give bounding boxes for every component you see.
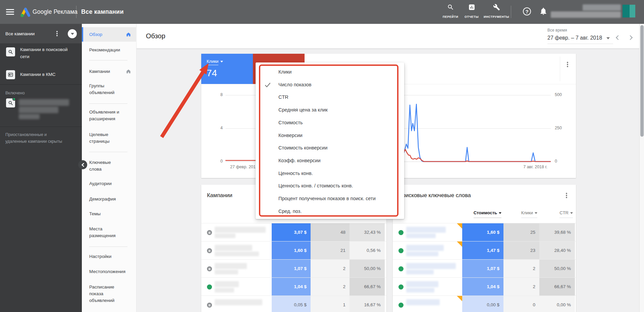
name-redacted[interactable]	[215, 281, 239, 287]
notifications-bell-icon[interactable]	[539, 7, 547, 15]
campaign-name-redacted	[19, 106, 58, 113]
topbar-divider	[76, 6, 76, 18]
nav-item-демография[interactable]: Демография	[82, 196, 137, 203]
nav-item-обзор[interactable]: Обзор	[82, 27, 137, 42]
column-header-clicks[interactable]: Клики	[503, 210, 537, 218]
scrollbar-thumb[interactable]	[640, 25, 644, 137]
collapse-panel-button[interactable]	[78, 160, 87, 169]
keyword-status-corner-badge	[457, 223, 462, 229]
date-range-value[interactable]: 27 февр. – 7 авг. 2018	[547, 35, 602, 41]
name-redacted[interactable]	[406, 245, 444, 251]
page-scrollbar[interactable]	[639, 24, 644, 312]
more-options-icon[interactable]	[56, 33, 58, 34]
topbar-divider	[511, 6, 511, 18]
enabled-status-icon[interactable]	[398, 284, 404, 289]
topbar-title: Все кампании	[81, 0, 124, 24]
nav-divider	[89, 247, 127, 247]
name-redacted[interactable]	[215, 245, 252, 251]
nav-item-объявления-и-расширения[interactable]: Объявления и расширения	[82, 109, 137, 122]
reports-button[interactable]: ОТЧЕТЫ	[462, 4, 482, 21]
home-icon	[126, 69, 131, 74]
brand-text: Google Реклама	[33, 0, 77, 24]
nav-item-ключевые-слова[interactable]: Ключевые слова	[82, 159, 137, 173]
prev-period-icon[interactable]	[616, 35, 621, 40]
name-redacted[interactable]	[215, 299, 262, 305]
enabled-status-dot	[12, 97, 16, 101]
help-icon[interactable]: ?	[523, 7, 531, 15]
page-title: Обзор	[146, 24, 165, 48]
chevron-down-icon[interactable]	[606, 37, 610, 39]
avatar[interactable]	[623, 5, 635, 17]
name-redacted[interactable]	[215, 227, 266, 233]
column-header-cost[interactable]: Стоимость	[462, 210, 501, 218]
status-section-label: Включено	[5, 90, 25, 96]
table-row	[201, 296, 386, 312]
sidebar-divider	[0, 127, 82, 127]
nav-item-настройки[interactable]: Настройки	[82, 253, 137, 260]
reports-icon	[468, 4, 475, 11]
nav-item-кампании[interactable]: Кампании	[82, 68, 137, 75]
sidebar-item-display-campaigns[interactable]: Кампании в КМС	[20, 71, 76, 78]
name-redacted[interactable]	[406, 299, 440, 305]
paused-status-icon[interactable]	[207, 230, 212, 235]
name-redacted[interactable]	[406, 227, 446, 233]
paused-status-icon[interactable]	[207, 303, 212, 308]
goto-button[interactable]: ПЕРЕЙТИ	[440, 4, 461, 21]
card-title: Поисковые ключевые слова	[398, 192, 471, 198]
table-row	[393, 296, 576, 312]
paused-status-icon[interactable]	[207, 248, 212, 253]
nav-divider	[89, 60, 127, 60]
paused-status-icon[interactable]	[207, 266, 212, 271]
next-period-icon[interactable]	[628, 35, 633, 40]
google-ads-logo-icon	[19, 6, 31, 18]
home-icon	[126, 32, 131, 37]
nav-item-рекомендации[interactable]: Рекомендации	[82, 47, 137, 53]
card-menu-icon[interactable]	[566, 195, 567, 196]
menu-icon[interactable]	[6, 9, 14, 15]
name-redacted	[406, 288, 434, 293]
hidden-campaigns-note: Приостановленные и удаленные кампании ск…	[5, 131, 64, 145]
campaigns-sidebar: Все кампании Кампании в поисковой сети К…	[0, 24, 82, 312]
table-row	[201, 241, 386, 260]
name-redacted	[215, 288, 234, 293]
table-row	[393, 223, 576, 241]
date-preset-label: Все время	[547, 28, 567, 33]
nav-item-темы[interactable]: Темы	[82, 211, 137, 217]
page-header: Обзор Все время 27 февр. – 7 авг. 2018	[136, 24, 644, 48]
enabled-status-icon[interactable]	[398, 266, 404, 271]
enabled-status-icon[interactable]	[398, 248, 404, 253]
chevron-down-icon	[71, 33, 74, 35]
name-redacted	[215, 233, 235, 238]
sidebar-item-search-campaigns[interactable]: Кампании в поисковой сети	[20, 46, 76, 60]
enabled-status-icon[interactable]	[398, 303, 404, 308]
nav-item-группы-объявлений[interactable]: Группы объявлений	[82, 83, 137, 96]
series-clicks	[404, 104, 551, 162]
search-campaigns-icon	[6, 47, 15, 56]
sidebar-divider	[0, 84, 82, 85]
enabled-status-icon[interactable]	[398, 230, 404, 235]
sidebar-header[interactable]: Все кампании	[0, 24, 82, 43]
nav-item-расписание-показа-объявлений[interactable]: Расписание показа объявлений	[82, 284, 137, 304]
collapse-header-button[interactable]	[68, 29, 77, 38]
table-row	[201, 223, 386, 241]
nav-item-целевые-страницы[interactable]: Целевые страницы	[82, 131, 137, 145]
account-name-redacted	[583, 4, 621, 11]
table-row	[393, 278, 576, 296]
annotation-rectangle	[259, 64, 398, 217]
campaign-name-redacted	[19, 114, 40, 119]
nav-item-места-размещения[interactable]: Места размещения	[82, 226, 137, 239]
nav-item-аудитории[interactable]: Аудитории	[82, 180, 137, 187]
name-redacted[interactable]	[406, 263, 456, 269]
enabled-status-icon[interactable]	[207, 284, 212, 289]
top-app-bar: Google Реклама Все кампании ПЕРЕЙТИ ОТЧЕ…	[0, 0, 644, 24]
nav-divider	[89, 103, 127, 104]
name-redacted[interactable]	[215, 263, 247, 269]
column-header-ctr[interactable]: CTR	[539, 210, 573, 218]
name-redacted[interactable]	[406, 281, 438, 287]
tools-button[interactable]: ИНСТРУМЕНТЫ	[482, 4, 511, 21]
card-title: Кампании	[207, 192, 232, 198]
campaign-name-redacted[interactable]	[19, 99, 69, 106]
nav-item-местоположения[interactable]: Местоположения	[82, 268, 137, 275]
search-keywords-card: Поисковые ключевые слова Стоимость Клики…	[393, 185, 576, 312]
search-icon	[447, 4, 454, 11]
